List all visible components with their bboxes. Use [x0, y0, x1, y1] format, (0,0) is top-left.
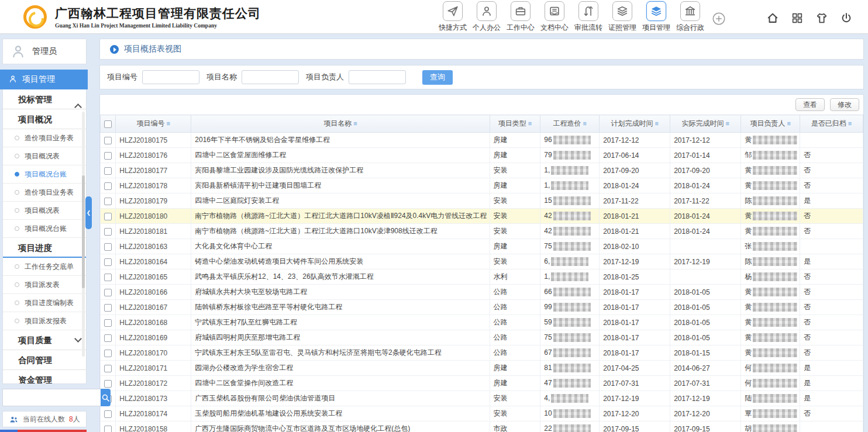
sidebar-collapse-handle[interactable]: ❮ — [85, 196, 92, 229]
sidebar-item-dispatch-form[interactable]: 项目派发表 — [3, 276, 86, 294]
column-header-2[interactable]: 项目类型≡ — [490, 115, 540, 133]
table-row[interactable]: HLZJ201801752016年下半年不锈钢及铝合金零星维修工程房建96201… — [101, 133, 863, 148]
nav-item-doc-center[interactable]: 文档中心 — [539, 1, 570, 33]
row-checkbox[interactable] — [104, 182, 112, 190]
table-row[interactable]: HLZJ20180171园湖办公楼改造为学生宿舍工程房建812017-04-25… — [101, 361, 863, 376]
sidebar-section-project-quality[interactable]: 项目质量 — [3, 330, 86, 350]
sidebar-section-project-progress[interactable]: 项目进度 — [3, 238, 86, 258]
nav-item-personal-office[interactable]: 个人办公 — [471, 1, 502, 33]
table-row[interactable]: HLZJ20180176四塘中二区食堂屋面维修工程房建792017-06-142… — [101, 148, 863, 163]
table-row[interactable]: HLZJ20180163大化县文化体育中心工程房建752018-02-10张 — [101, 239, 863, 254]
table-row[interactable]: HLZJ20180158广西万生隆国际商贸物流中心互市区道路及互市区场地硬化工程… — [101, 421, 863, 432]
nav-item-project-mgmt[interactable]: 项目管理 — [641, 1, 671, 33]
sidebar-search-input[interactable] — [2, 389, 101, 406]
sort-menu-icon[interactable]: ≡ — [583, 120, 587, 127]
sidebar-item-progress-plan-form[interactable]: 项目进度编制表 — [3, 294, 86, 312]
row-checkbox[interactable] — [104, 334, 112, 342]
table-row[interactable]: HLZJ20180180南宁市植物路（桃源路~江北大道）工程江北大道路口10kV… — [101, 209, 863, 224]
table-row[interactable]: HLZJ20180167陆斡镇桥东村板徐屯岜路至平等村硬化屯路工程公路99201… — [101, 300, 863, 315]
sort-menu-icon[interactable]: ≡ — [787, 120, 790, 127]
table-row[interactable]: HLZJ20180179四塘中二区庭院灯安装工程安装152017-11-2220… — [101, 193, 863, 209]
grid-icon[interactable] — [791, 12, 804, 25]
modify-button[interactable]: 修改 — [830, 98, 859, 111]
row-checkbox[interactable] — [104, 426, 112, 432]
table-row[interactable]: HLZJ20180168宁武镇东王村7队至红狮屯路工程公路592018-01-1… — [101, 315, 863, 330]
table-row[interactable]: HLZJ20180173广西玉柴机器股份有限公司柴油供油管道项目安装4,2017… — [101, 391, 863, 406]
nav-item-license-mgmt[interactable]: 证照管理 — [607, 1, 638, 33]
sort-menu-icon[interactable]: ≡ — [167, 120, 170, 127]
sort-menu-icon[interactable]: ≡ — [725, 120, 729, 127]
nav-item-general-admin[interactable]: 综合行政 — [675, 1, 705, 33]
row-checkbox[interactable] — [104, 198, 112, 205]
row-checkbox[interactable] — [104, 258, 112, 266]
row-checkbox[interactable] — [104, 350, 112, 357]
sidebar-section-contract-mgmt[interactable]: 合同管理 — [3, 350, 86, 370]
row-checkbox[interactable] — [104, 152, 112, 160]
row-checkbox[interactable] — [104, 274, 112, 281]
sidebar-item-overview-ledger-1[interactable]: 项目概况台账 — [3, 165, 86, 184]
shirt-icon[interactable] — [815, 12, 828, 25]
sidebar-section-bid-management[interactable]: 投标管理 — [3, 89, 86, 109]
row-checkbox[interactable] — [104, 243, 112, 251]
cell-project-code: HLZJ20180166 — [116, 285, 191, 300]
sort-menu-icon[interactable]: ≡ — [528, 120, 532, 127]
sidebar-item-dispatch-report[interactable]: 项目派发报表 — [3, 312, 86, 330]
row-checkbox[interactable] — [104, 304, 112, 312]
sidebar-section-fund-mgmt[interactable]: 资金管理 — [3, 370, 86, 384]
power-icon[interactable] — [840, 12, 853, 25]
nav-item-approval-flow[interactable]: 审批流转 — [573, 1, 604, 33]
view-button[interactable]: 查看 — [795, 98, 825, 111]
search-button[interactable] — [101, 389, 111, 406]
sidebar-item-overview-ledger-2[interactable]: 项目概况台账 — [3, 220, 86, 238]
row-checkbox[interactable] — [104, 137, 112, 144]
row-checkbox[interactable] — [104, 380, 112, 388]
table-row[interactable]: HLZJ20180178宾阳县新桥镇清平初中迁建项目围墙工程房建1,2018-0… — [101, 178, 863, 193]
filter-input-project-owner[interactable] — [349, 70, 406, 84]
sidebar-item-overview-form-1[interactable]: 项目概况表 — [3, 147, 86, 165]
column-header-6[interactable]: 项目负责人≡ — [741, 115, 800, 133]
table-row[interactable]: HLZJ20180170宁武镇东王村东王5队至雷召屯、灵马镇方和村坛济至将期屯等… — [101, 345, 863, 361]
nav-item-work-center[interactable]: 工作中心 — [505, 1, 536, 33]
table-row[interactable]: HLZJ20180169府城镇四明村周庆至那增屯路工程公路752018-01-1… — [101, 330, 863, 345]
table-row[interactable]: HLZJ20180164铸造中心柴油发动机铸造项目大铸件车间公用系统安装安装6,… — [101, 254, 863, 269]
column-header-5[interactable]: 实际完成时间≡ — [670, 115, 741, 133]
table-row[interactable]: HLZJ20180166府城镇永共村大块屯至较场屯路工程公路662018-01-… — [101, 285, 863, 300]
table-row[interactable]: HLZJ20180172四塘中二区食堂操作间改造工程房建472017-07-31… — [101, 376, 863, 391]
column-header-4[interactable]: 计划完成时间≡ — [600, 115, 670, 133]
sidebar-scrollbar[interactable] — [82, 112, 85, 357]
row-checkbox[interactable] — [104, 289, 112, 296]
sort-menu-icon[interactable]: ≡ — [353, 120, 357, 127]
row-checkbox[interactable] — [104, 319, 112, 327]
nav-item-shortcuts[interactable]: 快捷方式 — [438, 1, 468, 33]
redacted-value — [753, 151, 797, 160]
table-row[interactable]: HLZJ20180174玉柴股司船用柴油机基地建设公用系统安装工程安装10201… — [101, 406, 863, 421]
cell-project-owner: 陈 — [741, 254, 800, 269]
sidebar-root-project-management[interactable]: 项目管理 — [0, 70, 88, 89]
sort-menu-icon[interactable]: ≡ — [848, 120, 852, 127]
filter-input-project-code[interactable] — [142, 70, 199, 84]
column-header-1[interactable]: 项目名称≡ — [191, 115, 490, 133]
plus-icon[interactable] — [711, 11, 726, 26]
home-icon[interactable] — [766, 12, 779, 25]
filter-input-project-name[interactable] — [242, 70, 299, 84]
column-header-3[interactable]: 工程造价≡ — [540, 115, 600, 133]
table-row[interactable]: HLZJ20180177宾阳县黎塘工业园建设涉及国防光缆线路迁改保护工程安装1,… — [101, 163, 863, 178]
row-checkbox[interactable] — [104, 213, 112, 220]
column-header-7[interactable]: 是否已归档≡ — [800, 115, 863, 133]
row-checkbox[interactable] — [104, 228, 112, 236]
sidebar-item-cost-project-form-2[interactable]: 造价项目业务表 — [3, 184, 86, 202]
query-button[interactable]: 查询 — [422, 70, 453, 85]
row-checkbox[interactable] — [104, 365, 112, 372]
sidebar-item-task-briefing-form[interactable]: 工作任务交底单 — [3, 258, 86, 276]
table-row[interactable]: HLZJ20180165武鸣县太平镇庆乐村12、14、23、26队高效节水灌溉工… — [101, 269, 863, 285]
row-checkbox[interactable] — [104, 167, 112, 175]
row-checkbox[interactable] — [104, 410, 112, 418]
sidebar-item-overview-form-2[interactable]: 项目概况表 — [3, 202, 86, 220]
table-row[interactable]: HLZJ20180181南宁市植物路（桃源路~江北大道）工程江北大道路口10kV… — [101, 224, 863, 239]
cell-actual-date: 2018-01-05 — [670, 315, 741, 330]
select-all-checkbox[interactable] — [104, 120, 112, 128]
column-header-0[interactable]: 项目编号≡ — [116, 115, 191, 133]
sort-menu-icon[interactable]: ≡ — [655, 120, 658, 127]
sidebar-item-cost-project-form-1[interactable]: 造价项目业务表 — [3, 129, 86, 147]
sidebar-section-project-overview[interactable]: 项目概况 — [3, 109, 86, 129]
